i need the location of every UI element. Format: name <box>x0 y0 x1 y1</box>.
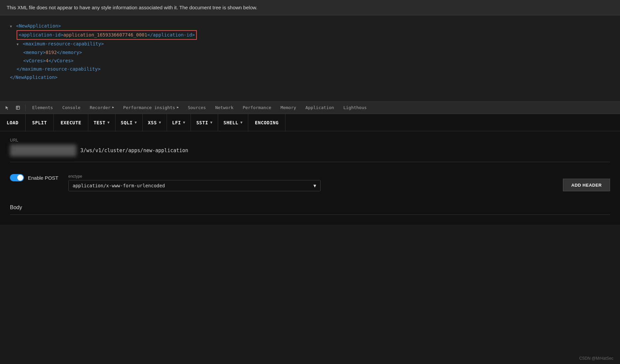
xml-notice-bar: This XML file does not appear to have an… <box>0 0 620 15</box>
tab-performance[interactable]: Performance <box>239 101 275 114</box>
xml-maxres-close-line: </maximum-resource-capability> <box>17 65 610 73</box>
test-arrow-icon: ▼ <box>108 120 110 125</box>
triangle-icon: ▼ <box>10 25 12 28</box>
recorder-flag-icon: ⚑ <box>112 106 114 109</box>
xml-vcores-value: 4 <box>45 58 48 63</box>
xml-notice-text: This XML file does not appear to have an… <box>7 5 257 10</box>
footer-text: CSDN @MrHatSec <box>579 356 613 361</box>
cursor-icon[interactable] <box>3 103 12 112</box>
xml-maxres-close: </maximum-resource-capability> <box>17 66 101 72</box>
enctype-label: enctype <box>68 174 553 179</box>
url-separator <box>10 162 610 162</box>
tab-network[interactable]: Network <box>211 101 237 114</box>
tab-console[interactable]: Console <box>58 101 85 114</box>
xml-memory-line: <memory>8192</memory> <box>23 48 610 57</box>
main-content: URL 3/ws/v1/cluster/apps/new-application… <box>0 131 620 225</box>
devtools-tabbar: Elements Console Recorder ⚑ Performance … <box>0 101 620 114</box>
xml-memory-open: <memory> <box>23 50 45 55</box>
performance-flag-icon: ⚑ <box>177 106 179 109</box>
enable-post-label: Enable POST <box>28 175 58 181</box>
xml-root-close-tag: </NewApplication> <box>10 75 57 80</box>
url-field: 3/ws/v1/cluster/apps/new-application <box>10 145 610 156</box>
xml-root-open-tag: <NewApplication> <box>16 23 61 29</box>
sqli-button[interactable]: SQLI ▼ <box>116 114 143 131</box>
xml-appid-value: application_1659336607746_0001 <box>63 32 147 37</box>
xml-memory-value: 8192 <box>45 50 57 55</box>
tab-memory[interactable]: Memory <box>276 101 300 114</box>
sqli-arrow-icon: ▼ <box>134 120 137 125</box>
xss-arrow-icon: ▼ <box>159 120 161 125</box>
tab-performance-insights[interactable]: Performance insights ⚑ <box>119 101 183 114</box>
svg-rect-0 <box>16 106 20 109</box>
tab-lighthouse[interactable]: Lighthous <box>339 101 370 114</box>
shell-arrow-icon: ▼ <box>240 120 243 125</box>
xml-vcores-close: </vCores> <box>48 58 74 63</box>
url-section: URL 3/ws/v1/cluster/apps/new-application <box>10 138 610 162</box>
enable-post-toggle[interactable] <box>10 174 24 181</box>
url-suffix-text[interactable]: 3/ws/v1/cluster/apps/new-application <box>76 145 192 156</box>
xml-content-area: ▼ <NewApplication> <application-id>appli… <box>0 15 620 101</box>
xml-appid-line: <application-id>application_165933660774… <box>17 30 610 40</box>
xml-vcores-line: <vCores>4</vCores> <box>23 57 610 65</box>
tab-elements[interactable]: Elements <box>28 101 57 114</box>
ssti-arrow-icon: ▼ <box>210 120 212 125</box>
url-label: URL <box>10 138 610 143</box>
xml-memory-close: </memory> <box>57 50 82 55</box>
form-row: Enable POST enctype application/x-www-fo… <box>10 167 610 198</box>
xml-vcores-open: <vCores> <box>23 58 45 63</box>
xml-maxres-line: ▼ <maximum-resource-capability> <box>17 40 610 48</box>
enctype-value: application/x-www-form-urlencoded <box>73 183 165 188</box>
tab-divider <box>25 104 26 111</box>
add-header-button[interactable]: ADD HEADER <box>563 179 610 191</box>
enctype-dropdown-icon: ▼ <box>313 183 316 188</box>
xml-maxres-open: <maximum-resource-capability> <box>23 41 104 46</box>
enctype-select[interactable]: application/x-www-form-urlencoded ▼ <box>68 180 321 191</box>
shell-button[interactable]: SHELL ▼ <box>218 114 248 131</box>
tab-recorder[interactable]: Recorder ⚑ <box>86 101 118 114</box>
execute-button[interactable]: EXECUTE <box>54 114 88 131</box>
split-button[interactable]: SPLIT <box>26 114 54 131</box>
xml-root-close-line: </NewApplication> <box>10 73 610 82</box>
body-input-line <box>10 214 610 215</box>
url-blurred-part <box>10 145 76 156</box>
xml-appid-close: </application-id> <box>147 32 195 37</box>
tab-application[interactable]: Application <box>301 101 338 114</box>
test-button[interactable]: TEST ▼ <box>88 114 116 131</box>
load-button[interactable]: LOAD <box>0 114 26 131</box>
lfi-arrow-icon: ▼ <box>183 120 185 125</box>
xml-appid-open: <application-id> <box>19 32 63 37</box>
hatsec-toolbar: LOAD SPLIT EXECUTE TEST ▼ SQLI ▼ XSS ▼ L… <box>0 114 620 131</box>
xss-button[interactable]: XSS ▼ <box>143 114 167 131</box>
lfi-button[interactable]: LFI ▼ <box>167 114 191 131</box>
xml-root-line: ▼ <NewApplication> <box>10 22 610 30</box>
triangle-icon-2: ▼ <box>17 42 19 46</box>
inspect-icon[interactable] <box>13 103 23 112</box>
xml-appid-highlighted: <application-id>application_165933660774… <box>17 30 197 40</box>
enctype-group: enctype application/x-www-form-urlencode… <box>68 174 553 191</box>
encoding-button[interactable]: ENCODING <box>248 114 285 131</box>
ssti-button[interactable]: SSTI ▼ <box>191 114 218 131</box>
tab-sources[interactable]: Sources <box>184 101 210 114</box>
enable-post-group: Enable POST <box>10 174 58 181</box>
body-section: Body <box>10 198 610 218</box>
body-label: Body <box>10 205 610 211</box>
